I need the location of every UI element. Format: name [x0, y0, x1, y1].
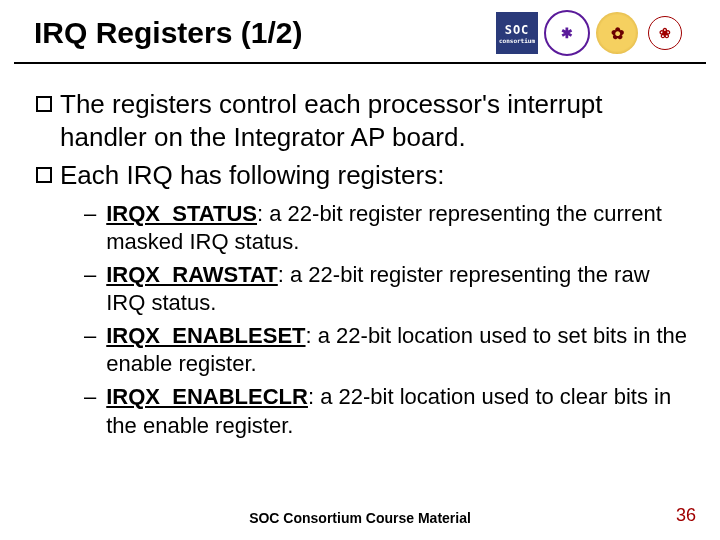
university-seal-1-icon: ✿ — [596, 12, 638, 54]
list-item: – IRQX_RAWSTAT: a 22-bit register repres… — [84, 261, 688, 318]
bullet-item: Each IRQ has following registers: — [36, 159, 688, 192]
list-item: – IRQX_ENABLESET: a 22-bit location used… — [84, 322, 688, 379]
footer-text: SOC Consortium Course Material — [0, 510, 720, 526]
register-name: IRQX_STATUS — [106, 201, 257, 226]
bullet-text: The registers control each processor's i… — [60, 88, 688, 153]
university-seal-2-icon: ❀ — [644, 12, 686, 54]
dash-bullet-icon: – — [84, 322, 96, 379]
consortium-logo-icon: ✱ — [544, 10, 590, 56]
logo-row: SOC consortium ✱ ✿ ❀ — [496, 10, 686, 56]
square-bullet-icon — [36, 167, 52, 183]
slide-header: IRQ Registers (1/2) SOC consortium ✱ ✿ ❀ — [14, 0, 706, 64]
register-name: IRQX_ENABLECLR — [106, 384, 308, 409]
slide-body: The registers control each processor's i… — [0, 64, 720, 440]
dash-bullet-icon: – — [84, 200, 96, 257]
list-item: – IRQX_ENABLECLR: a 22-bit location used… — [84, 383, 688, 440]
slide: IRQ Registers (1/2) SOC consortium ✱ ✿ ❀… — [0, 0, 720, 540]
list-item: – IRQX_STATUS: a 22-bit register represe… — [84, 200, 688, 257]
register-list: – IRQX_STATUS: a 22-bit register represe… — [84, 200, 688, 441]
page-number: 36 — [676, 505, 696, 526]
soc-logo-icon: SOC consortium — [496, 12, 538, 54]
bullet-text: Each IRQ has following registers: — [60, 159, 688, 192]
dash-bullet-icon: – — [84, 383, 96, 440]
dash-bullet-icon: – — [84, 261, 96, 318]
register-name: IRQX_ENABLESET — [106, 323, 305, 348]
register-name: IRQX_RAWSTAT — [106, 262, 278, 287]
slide-title: IRQ Registers (1/2) — [34, 16, 302, 50]
square-bullet-icon — [36, 96, 52, 112]
bullet-item: The registers control each processor's i… — [36, 88, 688, 153]
